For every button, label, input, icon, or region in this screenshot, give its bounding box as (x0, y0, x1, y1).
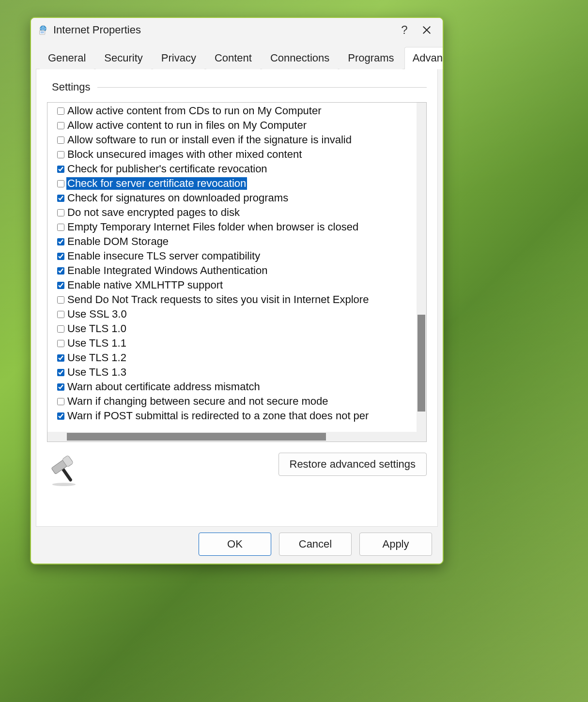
svg-point-7 (52, 483, 76, 486)
settings-row[interactable]: Check for publisher's certificate revoca… (57, 162, 417, 176)
settings-label: Enable insecure TLS server compatibility (66, 250, 261, 262)
settings-row[interactable]: Use TLS 1.1 (57, 336, 417, 351)
settings-label: Check for publisher's certificate revoca… (66, 163, 268, 175)
tab-privacy[interactable]: Privacy (153, 47, 204, 69)
settings-label: Send Do Not Track requests to sites you … (66, 293, 370, 306)
tab-content[interactable]: Content (206, 47, 260, 69)
horizontal-scrollbar[interactable] (47, 432, 417, 442)
settings-label: Use TLS 1.2 (66, 351, 127, 364)
settings-row[interactable]: Use TLS 1.2 (57, 351, 417, 365)
settings-checkbox[interactable] (57, 398, 64, 405)
hammer-icon (47, 453, 81, 487)
settings-label: Use SSL 3.0 (66, 308, 128, 320)
settings-checkbox[interactable] (57, 180, 64, 187)
settings-row[interactable]: Use SSL 3.0 (57, 307, 417, 321)
titlebar[interactable]: Internet Properties ? (31, 18, 443, 42)
settings-label: Check for server certificate revocation (66, 177, 247, 190)
settings-row[interactable]: Enable native XMLHTTP support (57, 278, 417, 292)
settings-checkbox[interactable] (57, 107, 64, 115)
settings-checkbox[interactable] (57, 267, 64, 275)
settings-row[interactable]: Check for server certificate revocation (57, 176, 417, 191)
settings-checkbox[interactable] (57, 369, 64, 376)
settings-label: Warn if changing between secure and not … (66, 395, 329, 408)
settings-label: Enable Integrated Windows Authentication (66, 264, 268, 277)
tab-programs[interactable]: Programs (340, 47, 402, 69)
dialog-window: Internet Properties ? GeneralSecurityPri… (30, 17, 444, 565)
help-button[interactable]: ? (393, 19, 416, 41)
settings-row[interactable]: Enable DOM Storage (57, 234, 417, 249)
restore-advanced-settings-button[interactable]: Restore advanced settings (279, 453, 427, 476)
vertical-scrollbar-thumb[interactable] (418, 315, 425, 412)
settings-row[interactable]: Use TLS 1.0 (57, 321, 417, 336)
settings-checkbox[interactable] (57, 151, 64, 158)
settings-row[interactable]: Allow active content from CDs to run on … (57, 104, 417, 118)
settings-list-container: Allow active content from CDs to run on … (47, 102, 427, 442)
settings-checkbox[interactable] (57, 137, 64, 144)
tab-connections[interactable]: Connections (262, 47, 338, 69)
settings-row[interactable]: Warn if POST submittal is redirected to … (57, 409, 417, 423)
settings-row[interactable]: Use TLS 1.3 (57, 365, 417, 380)
settings-checkbox[interactable] (57, 311, 64, 318)
settings-row[interactable]: Check for signatures on downloaded progr… (57, 191, 417, 205)
window-title: Internet Properties (53, 24, 141, 36)
settings-label: Enable native XMLHTTP support (66, 279, 224, 291)
svg-rect-4 (61, 467, 73, 482)
settings-group-label: Settings (52, 81, 91, 93)
settings-checkbox[interactable] (57, 282, 64, 289)
settings-label: Use TLS 1.3 (66, 366, 127, 379)
settings-label: Use TLS 1.1 (66, 337, 127, 350)
tab-security[interactable]: Security (96, 47, 151, 69)
settings-label: Do not save encrypted pages to disk (66, 206, 241, 219)
settings-label: Allow active content to run in files on … (66, 119, 308, 132)
settings-row[interactable]: Allow active content to run in files on … (57, 118, 417, 133)
tab-advanced[interactable]: Advanced (404, 47, 444, 69)
svg-rect-1 (40, 31, 45, 34)
tab-strip: GeneralSecurityPrivacyContentConnections… (36, 47, 438, 69)
settings-label: Empty Temporary Internet Files folder wh… (66, 221, 359, 233)
settings-checkbox[interactable] (57, 122, 64, 129)
settings-row[interactable]: Block unsecured images with other mixed … (57, 147, 417, 162)
settings-label: Enable DOM Storage (66, 235, 170, 248)
settings-row[interactable]: Warn about certificate address mismatch (57, 380, 417, 394)
settings-label: Allow active content from CDs to run on … (66, 105, 323, 117)
dialog-button-row: OK Cancel Apply (36, 527, 438, 556)
settings-label: Warn if POST submittal is redirected to … (66, 410, 370, 422)
settings-group-header: Settings (47, 81, 427, 93)
settings-row[interactable]: Enable insecure TLS server compatibility (57, 249, 417, 263)
settings-row[interactable]: Empty Temporary Internet Files folder wh… (57, 220, 417, 234)
horizontal-scrollbar-thumb[interactable] (67, 433, 326, 441)
internet-options-icon (38, 25, 48, 35)
settings-label: Check for signatures on downloaded progr… (66, 192, 289, 204)
settings-row[interactable]: Warn if changing between secure and not … (57, 394, 417, 409)
settings-row[interactable]: Do not save encrypted pages to disk (57, 205, 417, 220)
settings-list[interactable]: Allow active content from CDs to run on … (47, 103, 417, 432)
close-button[interactable] (416, 19, 438, 41)
settings-label: Use TLS 1.0 (66, 322, 127, 335)
settings-label: Allow software to run or install even if… (66, 134, 353, 146)
settings-checkbox[interactable] (57, 383, 64, 391)
settings-checkbox[interactable] (57, 195, 64, 202)
settings-label: Warn about certificate address mismatch (66, 381, 261, 393)
settings-checkbox[interactable] (57, 412, 64, 420)
settings-checkbox[interactable] (57, 166, 64, 173)
client-area: GeneralSecurityPrivacyContentConnections… (31, 42, 443, 564)
settings-row[interactable]: Enable Integrated Windows Authentication (57, 263, 417, 278)
ok-button[interactable]: OK (199, 533, 271, 556)
settings-checkbox[interactable] (57, 253, 64, 260)
settings-checkbox[interactable] (57, 340, 64, 347)
settings-row[interactable]: Send Do Not Track requests to sites you … (57, 292, 417, 307)
settings-checkbox[interactable] (57, 296, 64, 304)
vertical-scrollbar[interactable] (417, 103, 426, 432)
settings-row[interactable]: Allow software to run or install even if… (57, 133, 417, 147)
settings-checkbox[interactable] (57, 224, 64, 231)
tab-general[interactable]: General (40, 47, 94, 69)
settings-checkbox[interactable] (57, 325, 64, 333)
settings-checkbox[interactable] (57, 238, 64, 245)
tab-page-advanced: Settings Allow active content from CDs t… (36, 69, 438, 527)
settings-checkbox[interactable] (57, 209, 64, 216)
cancel-button[interactable]: Cancel (279, 533, 352, 556)
settings-label: Block unsecured images with other mixed … (66, 148, 303, 161)
settings-checkbox[interactable] (57, 354, 64, 362)
apply-button[interactable]: Apply (359, 533, 432, 556)
